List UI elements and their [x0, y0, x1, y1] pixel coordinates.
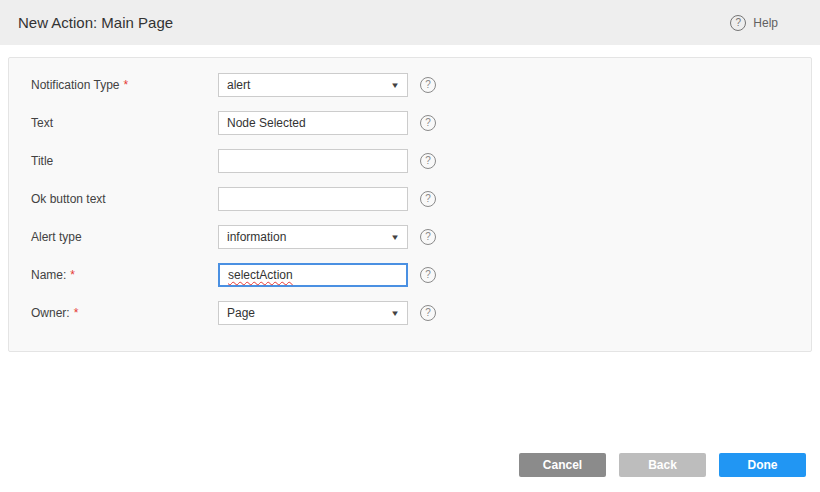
field-label-text: Owner: — [31, 306, 70, 320]
field-label-text: Text — [31, 116, 53, 130]
input-value: selectAction — [228, 268, 293, 282]
field-label: Name:* — [22, 268, 218, 282]
help-icon[interactable]: ? — [420, 305, 436, 321]
field-label-text: Ok button text — [31, 192, 106, 206]
footer-actions: Cancel Back Done — [519, 453, 806, 477]
ok-button-text-input[interactable] — [218, 187, 408, 211]
help-label: Help — [753, 16, 778, 30]
help-icon: ? — [730, 15, 746, 31]
form-row-notification-type: Notification Type* alert ▼ ? — [22, 73, 811, 97]
field-label-text: Title — [31, 154, 53, 168]
field-label-text: Alert type — [31, 230, 82, 244]
form-row-title: Title ? — [22, 149, 811, 173]
required-asterisk: * — [74, 306, 79, 320]
form-row-text: Text ? — [22, 111, 811, 135]
page-title: New Action: Main Page — [18, 14, 173, 31]
field-label-text: Notification Type — [31, 78, 120, 92]
select-value: alert — [227, 78, 250, 92]
help-link[interactable]: ? Help — [730, 15, 778, 31]
help-icon[interactable]: ? — [420, 191, 436, 207]
notification-type-select[interactable]: alert ▼ — [218, 73, 408, 97]
field-label-text: Name: — [31, 268, 66, 282]
field-label: Owner:* — [22, 306, 218, 320]
select-value: information — [227, 230, 286, 244]
field-label: Notification Type* — [22, 78, 218, 92]
form-row-name: Name:* selectAction ? — [22, 263, 811, 287]
name-input[interactable]: selectAction — [218, 263, 408, 287]
form-row-ok-button-text: Ok button text ? — [22, 187, 811, 211]
field-label: Alert type — [22, 230, 218, 244]
caret-down-icon: ▼ — [390, 233, 400, 242]
help-icon[interactable]: ? — [420, 229, 436, 245]
done-button[interactable]: Done — [719, 453, 806, 477]
back-button[interactable]: Back — [619, 453, 706, 477]
title-input[interactable] — [218, 149, 408, 173]
alert-type-select[interactable]: information ▼ — [218, 225, 408, 249]
help-icon[interactable]: ? — [420, 115, 436, 131]
help-icon[interactable]: ? — [420, 77, 436, 93]
required-asterisk: * — [124, 78, 129, 92]
dialog-header: New Action: Main Page ? Help — [0, 0, 820, 45]
select-value: Page — [227, 306, 255, 320]
caret-down-icon: ▼ — [390, 81, 400, 90]
form-row-alert-type: Alert type information ▼ ? — [22, 225, 811, 249]
required-asterisk: * — [70, 268, 75, 282]
help-icon[interactable]: ? — [420, 267, 436, 283]
field-label: Text — [22, 116, 218, 130]
text-input[interactable] — [218, 111, 408, 135]
form-row-owner: Owner:* Page ▼ ? — [22, 301, 811, 325]
caret-down-icon: ▼ — [390, 309, 400, 318]
field-label: Title — [22, 154, 218, 168]
help-icon[interactable]: ? — [420, 153, 436, 169]
cancel-button[interactable]: Cancel — [519, 453, 606, 477]
form-panel: Notification Type* alert ▼ ? Text ? Titl… — [8, 57, 812, 352]
field-label: Ok button text — [22, 192, 218, 206]
owner-select[interactable]: Page ▼ — [218, 301, 408, 325]
